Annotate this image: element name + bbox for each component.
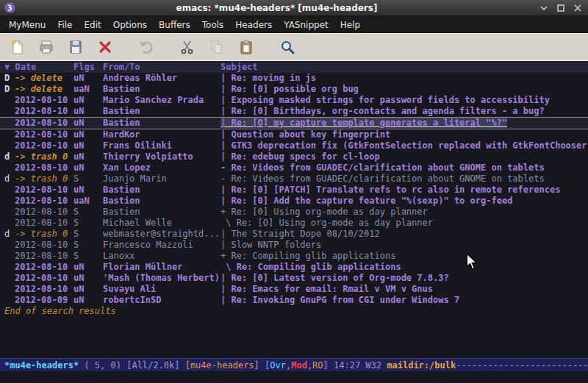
save-icon xyxy=(68,39,84,55)
message-flags: uN xyxy=(74,284,103,295)
message-flags: uaN xyxy=(74,196,103,207)
modeline-segment: , xyxy=(286,360,291,371)
mark-flag: D xyxy=(4,84,15,95)
message-row[interactable]: d -> trash 0 uN Thierry Volpiatto | Re: … xyxy=(0,151,588,162)
message-date: -> delete xyxy=(15,73,74,84)
maximize-button[interactable] xyxy=(555,3,567,13)
message-row[interactable]: 2012-08-10 uN 'Mash (Thomas Herbert) | R… xyxy=(0,273,588,284)
message-row[interactable]: d -> trash 0 S Juanjo Marin - Re: Videos… xyxy=(0,173,588,185)
message-row[interactable]: 2012-08-10 uN Xan Lopez - Re: Videos fro… xyxy=(0,162,588,173)
new-file-button[interactable] xyxy=(6,36,28,58)
message-date: 2012-08-10 xyxy=(15,196,74,207)
search-button[interactable] xyxy=(276,36,298,58)
end-of-results: End of search results xyxy=(0,306,588,317)
message-row[interactable]: D -> delete uN Andreas Röhler | Re: movi… xyxy=(0,73,588,84)
emacs-icon xyxy=(4,2,15,13)
mark-flag xyxy=(4,129,15,140)
message-row[interactable]: 2012-08-10 uN Bastien | Re: [O] my captu… xyxy=(0,117,588,129)
window-title: emacs: *mu4e-headers* [mu4e-headers] xyxy=(20,3,534,13)
paste-button[interactable] xyxy=(235,36,257,58)
message-date: 2012-08-10 xyxy=(15,129,74,140)
save-button[interactable] xyxy=(65,36,87,58)
message-row[interactable]: 2012-08-10 uN Suvayu Ali | Re: Emacs for… xyxy=(0,284,588,295)
message-from: Mario Sanchez Prada xyxy=(103,95,220,106)
paste-icon xyxy=(238,39,254,55)
minimize-icon xyxy=(539,4,548,12)
message-subject: | GTK3 deprecation fix (GtkFontSelection… xyxy=(220,140,588,151)
menu-headers[interactable]: Headers xyxy=(229,18,278,32)
message-row[interactable]: 2012-08-10 uaN Bastien | Re: [0] Add the… xyxy=(0,196,588,207)
message-row[interactable]: 2012-08-09 uN robertcInSD | Re: Invoking… xyxy=(0,295,588,306)
emacs-frame: emacs: *mu4e-headers* [mu4e-headers] MyM… xyxy=(0,0,588,383)
modeline-segment: , xyxy=(307,360,312,371)
modeline-segment: RO xyxy=(312,360,323,371)
menu-options[interactable]: Options xyxy=(107,18,153,32)
message-subject: | Re: [0] Add the capture feature "%(sex… xyxy=(220,196,588,207)
copy-button[interactable] xyxy=(206,36,228,58)
mark-flag xyxy=(4,262,15,273)
message-subject: - Re: Videos from GUADEC/clarification a… xyxy=(220,162,588,173)
message-row[interactable]: 2012-08-10 S Michael Welle \ Re: [O] Usi… xyxy=(0,218,588,229)
cut-icon xyxy=(179,39,196,55)
mark-flag xyxy=(4,295,15,306)
message-from: Florian Müllner xyxy=(103,262,220,273)
menu-file[interactable]: File xyxy=(51,18,78,32)
modeline-segment: *mu4e-headers* xyxy=(4,360,79,371)
message-subject: | Re: Invoking GnuPG from CGI under Wind… xyxy=(220,295,588,306)
mark-flag xyxy=(4,251,15,262)
message-subject: | Re: moving in js xyxy=(220,73,588,84)
print-icon xyxy=(38,39,54,55)
message-flags: S xyxy=(74,207,103,218)
message-from: Bastien xyxy=(103,185,220,196)
message-from: Andreas Röhler xyxy=(103,73,220,84)
menu-yasnippet[interactable]: YASnippet xyxy=(278,18,334,32)
message-row[interactable]: 2012-08-10 uN HardKor | Question about k… xyxy=(0,129,588,140)
message-subject: | Exposing masked strings for password f… xyxy=(220,95,588,106)
minimize-button[interactable] xyxy=(538,3,550,13)
menu-tools[interactable]: Tools xyxy=(196,18,230,32)
close-buffer-button[interactable] xyxy=(94,36,116,58)
message-row[interactable]: D -> delete uaN Bastien | Re: [0] possib… xyxy=(0,84,588,95)
message-row[interactable]: 2012-08-10 uN Frans Oilinki | GTK3 depre… xyxy=(0,140,588,151)
message-row[interactable]: 2012-08-10 S Francesco Mazzoli | Slow NN… xyxy=(0,240,588,251)
print-button[interactable] xyxy=(35,36,57,58)
cut-button[interactable] xyxy=(176,36,198,58)
modeline-segment: Ovr xyxy=(270,360,286,371)
titlebar: emacs: *mu4e-headers* [mu4e-headers] xyxy=(0,0,588,16)
message-subject: | The Straight Dope 08/10/2012 xyxy=(220,229,588,240)
message-subject: | Question about key fingerprint xyxy=(220,129,588,140)
message-from: Bastien xyxy=(103,84,220,95)
message-row[interactable]: 2012-08-10 uN Florian Müllner \ Re: Comp… xyxy=(0,262,588,273)
column-subject: Subject xyxy=(220,62,588,72)
message-date: 2012-08-10 xyxy=(15,218,74,229)
message-row[interactable]: 2012-08-10 uN Bastien | Re: [0] Birthday… xyxy=(0,106,588,117)
message-row[interactable]: 2012-08-10 uN Bastien | Re: [0] [PATCH] … xyxy=(0,185,588,196)
window-controls xyxy=(538,3,584,13)
message-flags: S xyxy=(74,218,103,229)
menu-mymenu[interactable]: MyMenu xyxy=(3,18,51,32)
message-date: -> delete xyxy=(15,84,74,95)
message-subject: + Re: [0] Using org-mode as day planner xyxy=(220,207,588,218)
close-button[interactable] xyxy=(572,3,584,13)
mark-flag xyxy=(4,106,15,117)
message-flags: uN xyxy=(74,262,103,273)
message-row[interactable]: d -> trash 0 S webmaster@straightd... | … xyxy=(0,229,588,240)
undo-icon xyxy=(138,39,154,55)
message-date: -> trash 0 xyxy=(15,173,74,185)
column-date: ▼ Date xyxy=(4,62,74,72)
menu-buffers[interactable]: Buffers xyxy=(153,18,196,32)
message-row[interactable]: 2012-08-10 S Lanoxx + Re: Compiling glib… xyxy=(0,251,588,262)
message-from: Frans Oilinki xyxy=(103,140,220,151)
message-row[interactable]: 2012-08-10 uN Mario Sanchez Prada | Expo… xyxy=(0,95,588,106)
close-icon xyxy=(573,4,582,12)
message-row[interactable]: 2012-08-10 S Bastien + Re: [0] Using org… xyxy=(0,207,588,218)
new-file-icon xyxy=(9,39,25,55)
message-flags: S xyxy=(74,251,103,262)
mark-flag: d xyxy=(4,151,15,162)
undo-button[interactable] xyxy=(135,36,157,58)
menu-help[interactable]: Help xyxy=(334,18,366,32)
message-date: -> trash 0 xyxy=(15,151,74,162)
echo-area[interactable] xyxy=(0,371,588,383)
menu-edit[interactable]: Edit xyxy=(79,18,107,32)
message-subject: | Re: [0] possible org bug xyxy=(220,84,588,95)
